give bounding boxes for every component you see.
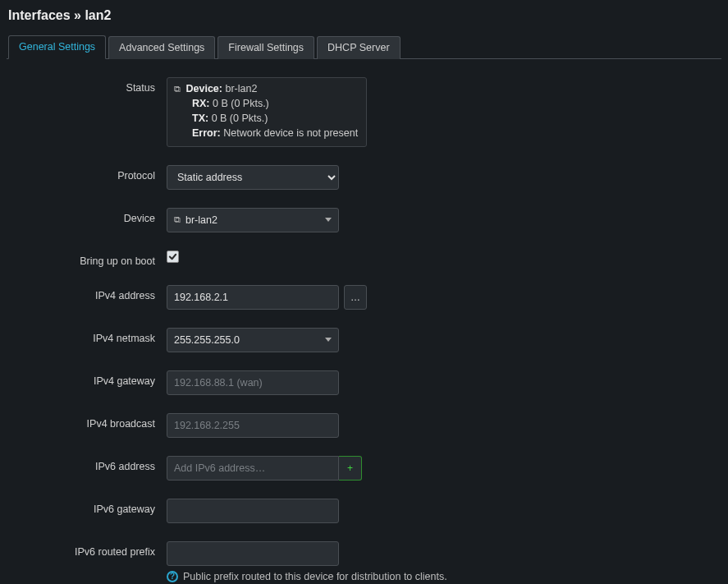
status-error-value: Network device is not present bbox=[223, 127, 358, 139]
ipv6-address-input[interactable] bbox=[167, 456, 339, 481]
ipv6-prefix-help: ? Public prefix routed to this device fo… bbox=[167, 571, 721, 582]
status-tx-label: TX: bbox=[192, 113, 208, 124]
dialog-title: Interfaces » lan2 bbox=[7, 0, 721, 34]
tab-general-settings[interactable]: General Settings bbox=[8, 35, 106, 59]
ipv4-gateway-input[interactable] bbox=[167, 370, 339, 395]
status-rx-label: RX: bbox=[192, 98, 210, 109]
ipv4-gateway-label: IPv4 gateway bbox=[7, 370, 167, 387]
bringup-label: Bring up on boot bbox=[7, 251, 167, 267]
check-icon bbox=[168, 252, 177, 261]
ipv6-address-label: IPv6 address bbox=[7, 456, 167, 472]
device-select[interactable]: ⧉ br-lan2 bbox=[167, 208, 339, 232]
status-error-label: Error: bbox=[192, 127, 221, 139]
ipv4-netmask-select[interactable]: 255.255.255.0 bbox=[167, 328, 339, 352]
status-device-label: Device: bbox=[185, 83, 222, 94]
ipv6-prefix-help-text: Public prefix routed to this device for … bbox=[183, 571, 447, 582]
ipv4-address-label: IPv4 address bbox=[7, 285, 167, 301]
ipv6-prefix-label: IPv6 routed prefix bbox=[7, 541, 167, 558]
device-label: Device bbox=[7, 208, 167, 224]
ipv4-broadcast-input[interactable] bbox=[167, 413, 339, 438]
tab-advanced-settings[interactable]: Advanced Settings bbox=[108, 36, 215, 59]
tab-dhcp-server[interactable]: DHCP Server bbox=[317, 36, 400, 59]
protocol-label: Protocol bbox=[7, 165, 167, 182]
bridge-icon: ⧉ bbox=[174, 214, 181, 225]
bridge-icon: ⧉ bbox=[174, 83, 181, 96]
ipv4-address-input[interactable] bbox=[167, 285, 339, 310]
status-box: ⧉ Device: br-lan2 RX: 0 B (0 Pkts.) TX: … bbox=[167, 77, 367, 147]
tab-firewall-settings[interactable]: Firewall Settings bbox=[217, 36, 314, 59]
ipv6-routed-prefix-input[interactable] bbox=[167, 541, 339, 566]
ipv6-gateway-input[interactable] bbox=[167, 499, 339, 523]
ipv4-netmask-label: IPv4 netmask bbox=[7, 328, 167, 344]
chevron-down-icon bbox=[325, 338, 332, 342]
ipv6-gateway-label: IPv6 gateway bbox=[7, 499, 167, 515]
general-settings-form: Status ⧉ Device: br-lan2 RX: 0 B (0 Pkts… bbox=[7, 59, 721, 582]
ipv4-broadcast-label: IPv4 broadcast bbox=[7, 413, 167, 430]
status-device-value: br-lan2 bbox=[225, 83, 257, 94]
ipv4-netmask-value: 255.255.255.0 bbox=[174, 334, 240, 346]
device-select-value: br-lan2 bbox=[185, 214, 217, 226]
ipv4-address-more-button[interactable]: … bbox=[344, 285, 367, 310]
bring-up-on-boot-checkbox[interactable] bbox=[167, 251, 179, 263]
status-label: Status bbox=[7, 77, 167, 94]
protocol-select[interactable]: Static address bbox=[167, 165, 339, 190]
tab-bar: General Settings Advanced Settings Firew… bbox=[7, 34, 721, 59]
status-tx-value: 0 B (0 Pkts.) bbox=[212, 113, 268, 124]
status-rx-value: 0 B (0 Pkts.) bbox=[213, 98, 269, 109]
interface-edit-dialog: Interfaces » lan2 General Settings Advan… bbox=[0, 0, 728, 584]
info-icon: ? bbox=[167, 571, 178, 582]
ipv6-address-add-button[interactable]: + bbox=[339, 456, 362, 481]
chevron-down-icon bbox=[325, 218, 332, 222]
